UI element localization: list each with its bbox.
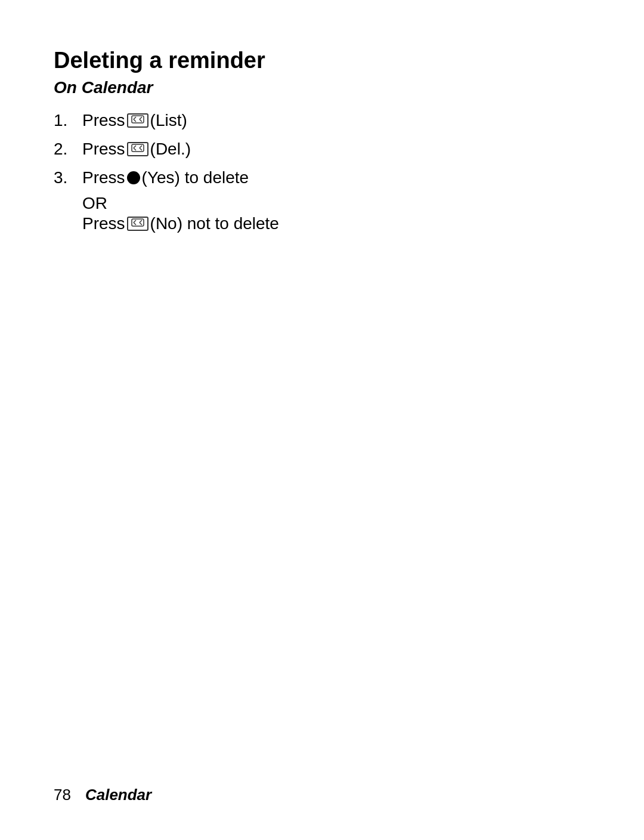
svg-line-12 <box>134 223 136 225</box>
svg-line-13 <box>140 220 142 223</box>
or-block: OR <box>82 194 590 213</box>
step-3-button <box>127 171 140 184</box>
footer-page-number: 78 <box>54 786 71 804</box>
step-3-action: (Yes) to delete <box>142 165 249 190</box>
step-3-press: Press <box>82 165 125 190</box>
svg-line-2 <box>134 119 136 122</box>
step-no-button <box>127 217 148 231</box>
step-1-press: Press <box>82 108 125 133</box>
footer: 78 Calendar <box>54 786 590 804</box>
svg-line-4 <box>140 119 142 122</box>
svg-line-9 <box>140 148 142 150</box>
step-1-action: (List) <box>150 108 187 133</box>
subtitle: On Calendar <box>54 78 590 97</box>
subtitle-app: Calendar <box>82 78 153 97</box>
svg-line-1 <box>134 117 136 119</box>
page-title: Deleting a reminder <box>54 48 590 73</box>
footer-app-name: Calendar <box>85 786 151 804</box>
svg-line-7 <box>134 148 136 150</box>
step-2-content: Press (Del.) <box>82 137 191 162</box>
instructions-list: 1. Press (List) 2. Press <box>54 108 590 190</box>
press-no-line: Press (No) not to delete <box>82 214 590 233</box>
step-2-button <box>127 142 148 156</box>
step-3-content: Press (Yes) to delete <box>82 165 249 190</box>
svg-line-3 <box>140 117 142 119</box>
step-3-num: 3. <box>54 165 82 190</box>
subtitle-on: On <box>54 78 77 97</box>
step-2: 2. Press (Del.) <box>54 137 590 162</box>
step-2-press: Press <box>82 137 125 162</box>
step-1-button <box>127 113 148 128</box>
page-content: Deleting a reminder On Calendar 1. Press <box>0 0 644 269</box>
step-2-num: 2. <box>54 137 82 162</box>
step-1: 1. Press (List) <box>54 108 590 133</box>
step-1-content: Press (List) <box>82 108 187 133</box>
svg-line-11 <box>134 220 136 223</box>
svg-line-6 <box>134 146 136 148</box>
step-2-action: (Del.) <box>150 137 191 162</box>
svg-line-8 <box>140 146 142 148</box>
press-no-text: Press <box>82 214 125 233</box>
or-text: OR <box>82 194 107 212</box>
svg-line-14 <box>140 223 142 225</box>
press-no-action: (No) not to delete <box>150 214 279 233</box>
step-1-num: 1. <box>54 108 82 133</box>
step-3: 3. Press (Yes) to delete <box>54 165 590 190</box>
